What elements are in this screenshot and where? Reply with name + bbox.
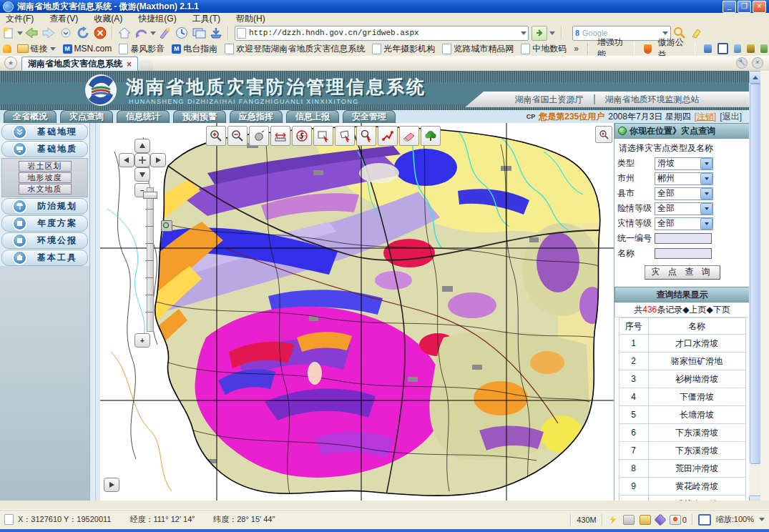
pan-right-button[interactable] bbox=[150, 153, 166, 167]
zoom-level[interactable]: 缩放:100% bbox=[716, 514, 754, 525]
window-icon[interactable] bbox=[717, 43, 728, 54]
new-tab-icon[interactable] bbox=[1, 26, 16, 40]
chevron-down-icon[interactable] bbox=[700, 158, 712, 169]
logout-link[interactable]: [注销] bbox=[695, 111, 717, 123]
link-msn[interactable]: MMSN.com bbox=[63, 44, 112, 54]
map-tool-compass-icon[interactable] bbox=[292, 126, 312, 146]
zoom-in-slider-button[interactable]: + bbox=[134, 333, 150, 348]
link-photo[interactable]: 光年摄影机构 bbox=[372, 43, 435, 55]
history-icon[interactable] bbox=[174, 26, 190, 40]
link-city[interactable]: 览路城市精品网 bbox=[442, 43, 514, 55]
printer-icon[interactable] bbox=[623, 515, 635, 525]
sidebar-item-basic-tools[interactable]: 基本工具 bbox=[1, 250, 88, 266]
recent-pages-icon[interactable] bbox=[58, 26, 74, 40]
menu-help[interactable]: 帮助(H) bbox=[236, 13, 265, 25]
chevron-down-icon[interactable] bbox=[700, 188, 712, 200]
close-button[interactable]: × bbox=[753, 1, 766, 13]
code-input[interactable] bbox=[655, 233, 712, 244]
pan-bottom-left-button[interactable] bbox=[104, 478, 119, 492]
table-row[interactable]: 2骆家恒矿滑地 bbox=[619, 353, 745, 370]
address-dropdown-icon[interactable] bbox=[521, 31, 526, 35]
org-link-land-resources[interactable]: 湖南省国土资源厅 bbox=[515, 94, 584, 106]
undo-icon[interactable] bbox=[134, 26, 150, 40]
menu-view[interactable]: 查看(V) bbox=[49, 13, 78, 25]
table-row[interactable]: 8荒田冲滑坡 bbox=[619, 460, 745, 478]
minimize-button[interactable]: _ bbox=[723, 1, 736, 13]
link-baofeng[interactable]: 暴风影音 bbox=[119, 43, 165, 55]
map-viewport[interactable] bbox=[100, 123, 614, 501]
map-tool-select-shape-icon[interactable] bbox=[335, 126, 355, 146]
menu-favorites[interactable]: 收藏(A) bbox=[94, 13, 122, 25]
links-folder[interactable]: 链接 bbox=[17, 43, 56, 55]
package-icon[interactable] bbox=[654, 513, 666, 526]
w-icon[interactable] bbox=[747, 44, 755, 53]
sidebar-item-basic-geology[interactable]: 基础地质 bbox=[1, 141, 88, 157]
links-overflow-chevron[interactable]: » bbox=[574, 44, 579, 54]
refresh-icon[interactable] bbox=[75, 26, 91, 40]
prev-page-link[interactable]: ◆上页 bbox=[682, 304, 706, 316]
zoom-dropdown-icon[interactable] bbox=[759, 518, 765, 521]
user-icon[interactable] bbox=[704, 44, 712, 53]
city-select[interactable]: 郴州 bbox=[655, 172, 713, 185]
sub-item-rock-zoning[interactable]: 岩土区划 bbox=[19, 161, 72, 172]
window-list-icon[interactable] bbox=[191, 26, 207, 40]
nav-tab-statistics[interactable]: 信息统计 bbox=[117, 110, 170, 123]
map-tool-layer-tree-icon[interactable] bbox=[421, 126, 441, 146]
map-overview-magnifier-button[interactable] bbox=[595, 126, 612, 143]
disaster-level-select[interactable]: 全部 bbox=[655, 217, 713, 230]
nav-tab-disaster-query[interactable]: 灾点查询 bbox=[60, 110, 113, 123]
restore-button[interactable]: ❐ bbox=[738, 1, 751, 13]
zoom-slider-thumb[interactable] bbox=[143, 192, 157, 199]
tabbar-close-icon[interactable]: × bbox=[752, 57, 763, 69]
county-select[interactable]: 全部 bbox=[655, 187, 713, 200]
page-scrollbar[interactable] bbox=[749, 71, 760, 508]
download-icon[interactable] bbox=[208, 26, 224, 40]
boost-lightning-icon[interactable] bbox=[608, 516, 618, 524]
table-row[interactable]: 1才口水滑坡 bbox=[619, 335, 745, 353]
map-tool-eraser-icon[interactable] bbox=[399, 126, 419, 146]
table-row[interactable]: 7下东溪滑坡 bbox=[619, 442, 745, 460]
menu-file[interactable]: 文件(F) bbox=[6, 13, 34, 25]
menu-tools[interactable]: 工具(T) bbox=[192, 13, 220, 25]
go-button[interactable] bbox=[532, 26, 547, 41]
map-marker-icon[interactable] bbox=[161, 220, 172, 232]
link-zhongdi[interactable]: 中地数码 bbox=[521, 43, 567, 55]
forward-icon[interactable] bbox=[41, 26, 57, 40]
table-row[interactable]: 6下东溪滑坡 bbox=[619, 424, 745, 442]
search-engine-dropdown-icon[interactable] bbox=[662, 31, 668, 35]
map-tool-measure-icon[interactable] bbox=[270, 126, 290, 146]
chevron-down-icon[interactable] bbox=[700, 218, 712, 230]
map-tool-identify-icon[interactable] bbox=[356, 126, 376, 146]
chevron-down-icon[interactable] bbox=[700, 203, 712, 215]
type-select[interactable]: 滑坡 bbox=[655, 157, 713, 170]
cart-icon[interactable] bbox=[760, 44, 768, 53]
stop-icon[interactable] bbox=[92, 26, 108, 40]
sub-item-hydrogeology[interactable]: 水文地质 bbox=[19, 184, 72, 194]
nav-tab-emergency[interactable]: 应急指挥 bbox=[230, 110, 283, 123]
next-page-link[interactable]: ◆下页 bbox=[707, 304, 730, 316]
map-tool-select-rect-icon[interactable] bbox=[313, 126, 333, 146]
menu-groups[interactable]: 快捷组(G) bbox=[138, 13, 176, 25]
maxthon-heart-icon[interactable] bbox=[3, 44, 11, 53]
home-icon[interactable] bbox=[117, 26, 132, 40]
address-bar[interactable]: http://dzzh.hndh.gov.cn/gridweb.aspx bbox=[235, 26, 529, 41]
nav-tab-info-report[interactable]: 信息上报 bbox=[286, 110, 339, 123]
disaster-query-button[interactable]: 灾 点 查 询 bbox=[645, 265, 720, 280]
table-row[interactable]: 3衫树坳滑坡 bbox=[619, 370, 745, 388]
pan-center-button[interactable] bbox=[134, 153, 150, 167]
map-tool-zoom-in[interactable] bbox=[206, 126, 226, 146]
map-tool-hotlink-icon[interactable] bbox=[378, 126, 398, 146]
name-input[interactable] bbox=[655, 248, 712, 259]
sub-item-terrain-slope[interactable]: 地形坡度 bbox=[19, 172, 72, 183]
sidebar-item-basic-geography[interactable]: 基础地理 bbox=[1, 124, 88, 140]
folder-status-icon[interactable] bbox=[640, 515, 651, 525]
go-dropdown-icon[interactable] bbox=[549, 31, 555, 35]
scrollbar-thumb[interactable] bbox=[750, 84, 761, 464]
tab-hunan-system[interactable]: 湖南省地质灾害信息系统 × bbox=[21, 56, 138, 71]
table-row[interactable]: 9黄花岭滑坡 bbox=[619, 478, 745, 496]
risk-level-select[interactable]: 全部 bbox=[655, 202, 713, 215]
pan-left-button[interactable] bbox=[119, 153, 134, 167]
org-link-monitor-station[interactable]: 湖南省地质环境监测总站 bbox=[605, 94, 700, 106]
link-radio[interactable]: M电台指南 bbox=[172, 43, 217, 55]
table-row[interactable]: 5长塘滑坡 bbox=[619, 406, 745, 424]
